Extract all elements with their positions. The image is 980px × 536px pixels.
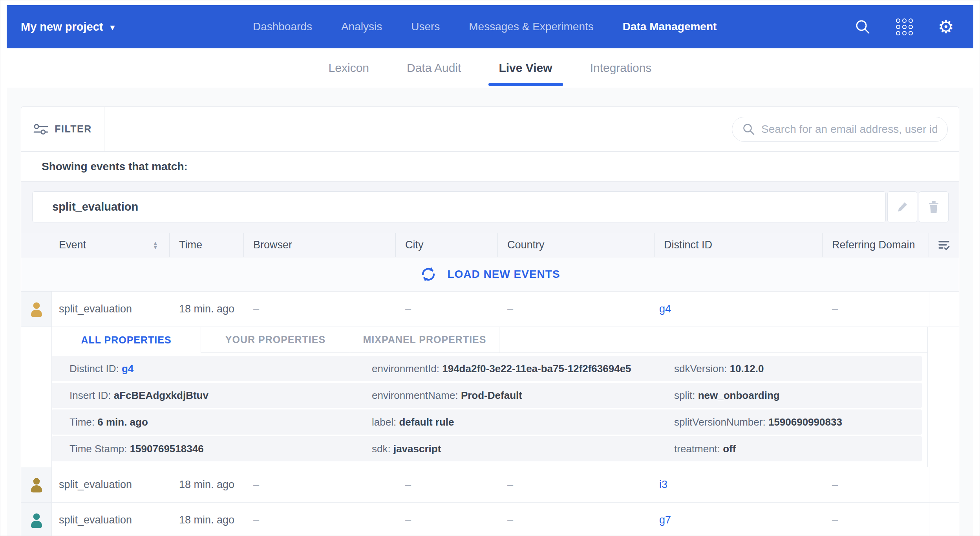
property-band: Time Stamp: 1590769518346sdk: javascript… — [52, 436, 922, 461]
project-name: My new project — [21, 20, 103, 33]
event-browser: – — [244, 467, 396, 502]
row-end-cell — [929, 503, 959, 536]
column-header-event[interactable]: Event ▲▼ — [21, 233, 170, 257]
property-band: Distinct ID: g4environmentId: 194da2f0-3… — [52, 356, 922, 381]
edit-filter-button[interactable] — [887, 191, 917, 222]
event-distinct-id[interactable]: g4 — [655, 292, 823, 327]
user-avatar[interactable] — [21, 467, 52, 502]
nav-item-analysis[interactable]: Analysis — [341, 20, 382, 33]
sort-icon[interactable]: ▲▼ — [152, 241, 158, 249]
property-split: split: new_onboarding — [674, 389, 922, 402]
user-search-box — [732, 117, 948, 142]
nav-icon-group: ⚙ — [853, 17, 955, 36]
row-end-cell — [929, 467, 959, 502]
row-end-cell — [929, 292, 959, 327]
property-environmentname: environmentName: Prod-Default — [372, 389, 674, 402]
property-label: label: default rule — [372, 416, 674, 428]
event-city: – — [396, 467, 498, 502]
column-header-browser[interactable]: Browser — [244, 233, 396, 257]
table-row[interactable]: split_evaluation 18 min. ago – – – g7 – — [21, 503, 959, 536]
table-row[interactable]: split_evaluation 18 min. ago – – – g4 – — [21, 292, 959, 327]
column-header-time[interactable]: Time — [170, 233, 244, 257]
properties-tab-your-properties[interactable]: YOUR PROPERTIES — [201, 327, 350, 353]
column-settings-icon — [938, 240, 950, 251]
delete-filter-button[interactable] — [919, 191, 949, 222]
filter-query-chip[interactable]: split_evaluation — [32, 191, 886, 222]
property-band: Insert ID: aFcBEAdgxkdjBtuvenvironmentNa… — [52, 383, 922, 408]
search-icon — [742, 123, 755, 136]
filter-button[interactable]: FILTER — [21, 107, 104, 151]
main-area: FILTER Showing events that match: split_… — [7, 88, 973, 536]
person-icon — [29, 512, 44, 528]
property-distinct-id: Distinct ID: g4 — [69, 363, 372, 375]
event-referring-domain: – — [823, 292, 929, 327]
user-avatar[interactable] — [21, 503, 52, 536]
data-management-subnav: LexiconData AuditLive ViewIntegrations — [7, 48, 973, 88]
event-time: 18 min. ago — [170, 292, 244, 327]
property-value-link[interactable]: g4 — [122, 363, 133, 374]
person-icon — [29, 477, 44, 493]
column-header-city[interactable]: City — [396, 233, 498, 257]
event-country: – — [498, 503, 655, 536]
live-view-card: FILTER Showing events that match: split_… — [21, 106, 959, 536]
column-header-distinct-id[interactable]: Distinct ID — [655, 233, 823, 257]
property-splitversionnumber: splitVersionNumber: 1590690990833 — [674, 416, 922, 428]
search-input[interactable] — [761, 123, 937, 136]
properties-tab-mixpanel-properties[interactable]: MIXPANEL PROPERTIES — [350, 327, 499, 353]
live-view-page: My new project ▼ DashboardsAnalysisUsers… — [0, 0, 980, 536]
column-header-country[interactable]: Country — [498, 233, 655, 257]
settings-gear-icon[interactable]: ⚙ — [936, 17, 955, 36]
filter-bar: FILTER — [21, 107, 959, 152]
event-name: split_evaluation — [52, 503, 170, 536]
events-match-heading: Showing events that match: — [21, 152, 959, 182]
tab-lexicon[interactable]: Lexicon — [325, 48, 373, 88]
nav-item-dashboards[interactable]: Dashboards — [253, 20, 312, 33]
search-icon[interactable] — [853, 17, 872, 36]
user-avatar[interactable] — [21, 292, 52, 327]
apps-grid-icon[interactable] — [895, 17, 914, 36]
event-distinct-id[interactable]: i3 — [655, 467, 823, 502]
nav-item-messages-experiments[interactable]: Messages & Experiments — [469, 20, 593, 33]
load-new-events-label: LOAD NEW EVENTS — [447, 268, 560, 281]
property-environmentid: environmentId: 194da2f0-3e22-11ea-ba75-1… — [372, 363, 674, 375]
details-right-gutter — [927, 327, 959, 467]
event-city: – — [396, 503, 498, 536]
nav-item-users[interactable]: Users — [411, 20, 440, 33]
properties-tabs: ALL PROPERTIESYOUR PROPERTIESMIXPANEL PR… — [52, 327, 927, 353]
column-header-referring-domain[interactable]: Referring Domain — [823, 233, 929, 257]
event-referring-domain: – — [823, 503, 929, 536]
event-city: – — [396, 292, 498, 327]
event-name: split_evaluation — [52, 292, 170, 327]
property-treatment: treatment: off — [674, 443, 922, 455]
project-switcher[interactable]: My new project ▼ — [21, 20, 116, 33]
event-name: split_evaluation — [52, 467, 170, 502]
property-insert-id: Insert ID: aFcBEAdgxkdjBtuv — [69, 389, 372, 402]
filter-sliders-icon — [33, 123, 48, 135]
event-country: – — [498, 292, 655, 327]
tab-live-view[interactable]: Live View — [495, 48, 556, 88]
event-referring-domain: – — [823, 467, 929, 502]
trash-icon — [928, 201, 940, 213]
pencil-icon — [896, 201, 908, 213]
event-browser: – — [244, 292, 396, 327]
property-time-stamp: Time Stamp: 1590769518346 — [69, 443, 372, 455]
event-country: – — [498, 467, 655, 502]
person-icon — [29, 301, 44, 317]
column-options-button[interactable] — [929, 233, 959, 257]
top-navbar: My new project ▼ DashboardsAnalysisUsers… — [7, 5, 973, 48]
properties-tabs-filler — [499, 327, 927, 353]
properties-tab-all-properties[interactable]: ALL PROPERTIES — [52, 327, 201, 353]
load-new-events-button[interactable]: LOAD NEW EVENTS — [21, 257, 959, 292]
tab-integrations[interactable]: Integrations — [586, 48, 656, 88]
event-browser: – — [244, 503, 396, 536]
tab-data-audit[interactable]: Data Audit — [403, 48, 465, 88]
event-details-panel: ALL PROPERTIESYOUR PROPERTIESMIXPANEL PR… — [21, 327, 959, 467]
table-row[interactable]: split_evaluation 18 min. ago – – – i3 – — [21, 467, 959, 503]
property-sdkversion: sdkVersion: 10.12.0 — [674, 363, 922, 375]
filter-button-label: FILTER — [55, 123, 92, 135]
event-time: 18 min. ago — [170, 467, 244, 502]
event-distinct-id[interactable]: g7 — [655, 503, 823, 536]
chevron-down-icon: ▼ — [109, 23, 117, 32]
nav-item-data-management[interactable]: Data Management — [623, 20, 717, 33]
nav-menu: DashboardsAnalysisUsersMessages & Experi… — [116, 20, 853, 33]
